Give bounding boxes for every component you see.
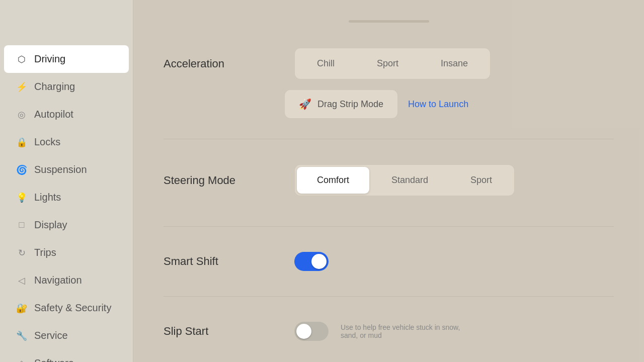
display-icon: □ [16,220,27,230]
sidebar-label-safety: Safety & Security [34,302,111,314]
software-icon: ◈ [16,358,27,363]
lights-icon: 💡 [16,192,27,203]
sidebar-label-charging: Charging [34,81,75,93]
navigation-icon: ◁ [16,275,27,286]
sidebar-label-trips: Trips [34,247,56,258]
steering-mode-btn-group: Comfort Standard Sport [294,164,515,196]
sidebar-item-safety[interactable]: 🔐 Safety & Security [4,294,129,322]
sidebar-item-autopilot[interactable]: ◎ Autopilot [4,101,129,128]
sidebar-label-software: Software [34,357,74,362]
slip-start-toggle-container: Use to help free vehicle stuck in snow, … [294,322,471,341]
how-to-launch-link[interactable]: How to Launch [408,99,468,110]
divider-3 [164,296,614,297]
sidebar-label-service: Service [34,330,68,341]
sidebar-item-lights[interactable]: 💡 Lights [4,184,129,211]
slip-start-label: Slip Start [164,325,274,338]
steering-mode-label: Steering Mode [164,174,274,187]
sidebar-item-display[interactable]: □ Display [4,211,129,239]
smart-shift-thumb [311,254,327,269]
acceleration-sport-btn[interactable]: Sport [357,50,419,77]
rocket-icon: 🚀 [299,98,311,110]
service-icon: 🔧 [16,330,27,341]
acceleration-section: Acceleration Chill Sport Insane 🚀 Drag S… [164,38,614,119]
smart-shift-toggle[interactable] [294,252,329,271]
acceleration-label: Acceleration [164,57,274,70]
sidebar-label-driving: Driving [34,53,65,65]
divider-2 [164,226,614,227]
slip-start-thumb [296,324,311,339]
steering-mode-controls: Comfort Standard Sport [294,164,614,196]
slip-start-track [294,322,329,341]
sidebar-item-charging[interactable]: ⚡ Charging [4,73,129,101]
steering-mode-row: Steering Mode Comfort Standard Sport [164,154,614,206]
sidebar-item-trips[interactable]: ↻ Trips [4,239,129,266]
sidebar-label-lights: Lights [34,192,61,203]
steering-mode-section: Steering Mode Comfort Standard Sport [164,154,614,206]
smart-shift-label: Smart Shift [164,255,274,268]
steering-comfort-btn[interactable]: Comfort [297,167,369,194]
acceleration-btn-group: Chill Sport Insane [294,48,491,79]
slip-start-toggle[interactable] [294,322,329,341]
sidebar-item-locks[interactable]: 🔒 Locks [4,128,129,156]
main-content: Acceleration Chill Sport Insane 🚀 Drag S… [133,0,644,362]
drag-strip-button[interactable]: 🚀 Drag Strip Mode [284,89,398,119]
slip-start-row: Slip Start Use to help free vehicle stuc… [164,312,614,351]
acceleration-chill-btn[interactable]: Chill [297,50,355,77]
locks-icon: 🔒 [16,137,27,148]
safety-icon: 🔐 [16,303,27,314]
steering-sport-btn[interactable]: Sport [450,167,512,194]
smart-shift-toggle-container [294,252,329,271]
sidebar-item-driving[interactable]: ⬡ Driving [4,45,129,73]
drag-strip-row: 🚀 Drag Strip Mode How to Launch [164,89,614,119]
sidebar-label-autopilot: Autopilot [34,109,73,120]
scroll-indicator [349,20,429,23]
sidebar-item-navigation[interactable]: ◁ Navigation [4,266,129,294]
sidebar-label-suspension: Suspension [34,164,87,175]
acceleration-row: Acceleration Chill Sport Insane [164,38,614,89]
steering-standard-btn[interactable]: Standard [371,167,448,194]
divider-1 [164,139,614,139]
sidebar-item-service[interactable]: 🔧 Service [4,322,129,349]
acceleration-controls: Chill Sport Insane [294,48,614,79]
driving-icon: ⬡ [16,54,27,65]
slip-start-desc: Use to help free vehicle stuck in snow, … [341,323,471,339]
trips-icon: ↻ [16,247,27,258]
suspension-icon: 🌀 [16,164,27,175]
smart-shift-track [294,252,329,271]
acceleration-insane-btn[interactable]: Insane [421,50,488,77]
sidebar: ⬡ Driving ⚡ Charging ◎ Autopilot 🔒 Locks… [0,0,133,362]
sidebar-label-locks: Locks [34,136,60,148]
sidebar-item-software[interactable]: ◈ Software [4,349,129,362]
drag-strip-label: Drag Strip Mode [317,99,383,110]
charging-icon: ⚡ [16,81,27,93]
sidebar-label-display: Display [34,219,67,231]
sidebar-item-suspension[interactable]: 🌀 Suspension [4,156,129,184]
sidebar-label-navigation: Navigation [34,275,82,286]
smart-shift-row: Smart Shift [164,242,614,281]
autopilot-icon: ◎ [16,109,27,120]
